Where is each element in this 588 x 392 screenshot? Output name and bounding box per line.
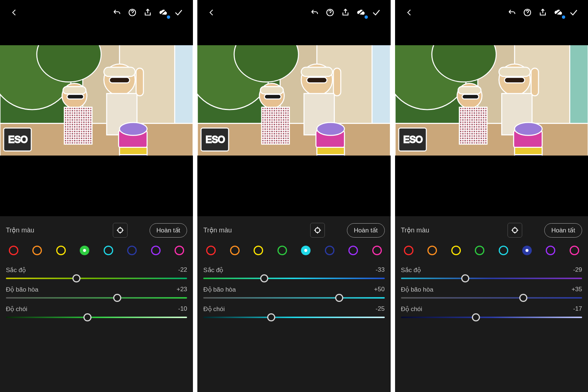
color-swatch[interactable]: [499, 246, 508, 255]
color-swatch[interactable]: [175, 246, 184, 255]
svg-rect-19: [67, 95, 84, 99]
hue-value: -22: [178, 266, 187, 274]
color-swatch[interactable]: [32, 246, 42, 255]
undo-icon[interactable]: [109, 5, 125, 20]
hue-label: Sắc độ: [401, 266, 421, 274]
done-button[interactable]: Hoàn tất: [347, 223, 385, 238]
color-swatch[interactable]: [127, 246, 137, 255]
luminance-slider[interactable]: [401, 317, 582, 318]
hue-slider-group: Sắc độ-33: [203, 266, 384, 279]
undo-icon[interactable]: [504, 5, 520, 20]
color-swatch[interactable]: [546, 246, 555, 255]
color-swatches: [203, 246, 384, 255]
color-swatch[interactable]: [9, 246, 18, 255]
saturation-slider-thumb[interactable]: [519, 294, 527, 302]
svg-point-93: [514, 122, 542, 135]
cloud-icon[interactable]: [551, 5, 566, 20]
back-icon[interactable]: [402, 5, 417, 20]
svg-rect-13: [104, 67, 135, 76]
luminance-slider-thumb[interactable]: [472, 313, 480, 321]
color-swatch[interactable]: [427, 246, 437, 255]
svg-point-23: [119, 122, 147, 135]
svg-text:ESO: ESO: [206, 134, 225, 145]
color-swatch[interactable]: [56, 246, 66, 255]
svg-point-30: [118, 228, 122, 233]
saturation-slider-group: Độ bão hòa+35: [401, 286, 582, 299]
luminance-slider-thumb[interactable]: [83, 313, 92, 321]
confirm-icon[interactable]: [171, 5, 186, 20]
back-icon[interactable]: [7, 5, 22, 20]
svg-rect-14: [110, 77, 130, 83]
undo-icon[interactable]: [307, 5, 322, 20]
done-button[interactable]: Hoàn tất: [544, 223, 582, 238]
color-swatch[interactable]: [80, 246, 89, 255]
editor-screen: ESO Trộn màuHoàn tấtSắc độ-29Độ bão hòa+…: [395, 0, 588, 392]
svg-rect-49: [307, 77, 327, 83]
hue-slider-thumb[interactable]: [461, 274, 469, 282]
photo-preview[interactable]: ESO: [197, 25, 390, 176]
target-picker-button[interactable]: [310, 223, 325, 238]
toolbar: [395, 0, 588, 25]
svg-text:ESO: ESO: [8, 134, 28, 145]
back-icon[interactable]: [204, 5, 219, 20]
svg-rect-53: [261, 86, 284, 94]
luminance-value: -10: [178, 305, 187, 313]
color-swatch[interactable]: [254, 246, 263, 255]
svg-rect-18: [63, 86, 86, 94]
hue-slider[interactable]: [203, 278, 384, 279]
hue-slider[interactable]: [6, 278, 187, 279]
color-swatch[interactable]: [404, 246, 413, 255]
saturation-slider[interactable]: [6, 297, 187, 299]
done-button[interactable]: Hoàn tất: [150, 223, 187, 238]
hue-slider-thumb[interactable]: [260, 274, 268, 282]
color-swatch[interactable]: [372, 246, 382, 255]
color-mix-panel: Trộn màuHoàn tấtSắc độ-33Độ bão hòa+50Độ…: [197, 216, 390, 392]
help-icon[interactable]: [520, 5, 535, 20]
saturation-slider[interactable]: [203, 297, 384, 299]
color-swatch[interactable]: [570, 246, 579, 255]
color-swatch[interactable]: [151, 246, 161, 255]
luminance-slider-thumb[interactable]: [267, 313, 275, 321]
share-icon[interactable]: [338, 5, 353, 20]
luminance-slider[interactable]: [203, 317, 384, 318]
color-swatch[interactable]: [325, 246, 334, 255]
confirm-icon[interactable]: [369, 5, 384, 20]
cloud-icon[interactable]: [155, 5, 171, 20]
color-swatch[interactable]: [230, 246, 240, 255]
cloud-icon[interactable]: [353, 5, 369, 20]
luminance-label: Độ chói: [401, 305, 422, 313]
saturation-label: Độ bão hòa: [203, 286, 236, 293]
help-icon[interactable]: [125, 5, 140, 20]
color-swatch[interactable]: [522, 246, 532, 255]
photo-preview[interactable]: ESO: [395, 25, 588, 176]
color-swatch[interactable]: [277, 246, 287, 255]
saturation-label: Độ bão hòa: [401, 286, 433, 293]
color-swatch[interactable]: [104, 246, 113, 255]
target-picker-button[interactable]: [508, 223, 522, 238]
saturation-slider-thumb[interactable]: [113, 294, 121, 302]
svg-text:ESO: ESO: [403, 134, 423, 145]
hue-slider-group: Sắc độ-22: [6, 266, 187, 279]
color-swatch[interactable]: [475, 246, 484, 255]
hue-label: Sắc độ: [6, 266, 26, 274]
hue-slider[interactable]: [401, 278, 582, 279]
hue-slider-thumb[interactable]: [72, 274, 80, 282]
help-icon[interactable]: [322, 5, 338, 20]
saturation-slider-thumb[interactable]: [335, 294, 343, 302]
svg-rect-91: [459, 107, 487, 144]
saturation-slider-group: Độ bão hòa+50: [203, 286, 384, 299]
color-swatch[interactable]: [206, 246, 216, 255]
confirm-icon[interactable]: [566, 5, 581, 20]
saturation-slider[interactable]: [401, 297, 582, 299]
luminance-slider[interactable]: [6, 317, 187, 318]
color-mix-panel: Trộn màuHoàn tấtSắc độ-22Độ bão hòa+23Độ…: [0, 216, 193, 392]
color-swatch[interactable]: [451, 246, 461, 255]
luminance-label: Độ chói: [6, 305, 27, 313]
share-icon[interactable]: [535, 5, 551, 20]
target-picker-button[interactable]: [113, 223, 128, 238]
share-icon[interactable]: [140, 5, 155, 20]
svg-point-65: [315, 228, 320, 233]
photo-preview[interactable]: ESO: [0, 25, 193, 176]
color-swatch[interactable]: [348, 246, 358, 255]
color-swatch[interactable]: [301, 246, 311, 255]
